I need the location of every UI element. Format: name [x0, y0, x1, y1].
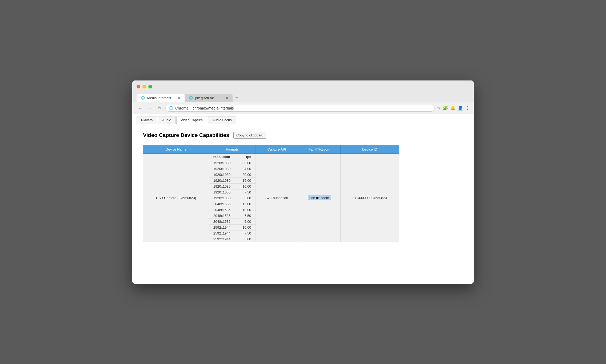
format-data-cell: 2048x1536 10.00 [209, 207, 256, 213]
fps-value: 5.00 [244, 196, 251, 200]
ptz-cell: pan tilt zoom [298, 153, 341, 242]
bookmark-icon[interactable]: ☆ [437, 106, 441, 111]
maximize-button[interactable] [148, 85, 152, 88]
reload-button[interactable]: ↻ [156, 104, 163, 112]
resolution-value: 2048x1536 [213, 202, 230, 206]
resolution-value: 2048x1536 [213, 214, 230, 218]
resolution-value: 1920x1080 [213, 173, 230, 177]
format-data-cell: 1920x1080 20.00 [209, 172, 256, 177]
format-data-cell: 1920x1080 24.00 [209, 166, 256, 172]
minimize-button[interactable] [142, 85, 146, 88]
tab-label-ptz: ptz.glitch.me [195, 96, 215, 100]
fps-value: 10.00 [242, 208, 251, 212]
resolution-value: 2048x1536 [213, 220, 230, 224]
tab-label-media-internals: Media Internals [147, 96, 171, 100]
table-header-row: Device Name Formats Capture API Pan-Tilt… [143, 145, 399, 153]
tab-close-ptz[interactable]: ✕ [226, 96, 228, 100]
tab-icon-media-internals: 🌐 [141, 96, 145, 100]
address-bar[interactable]: 🌐 Chrome | chrome://media-internals [165, 105, 435, 112]
capabilities-table: Device Name Formats Capture API Pan-Tilt… [143, 145, 399, 242]
browser-tab-media-internals[interactable]: 🌐 Media Internals ✕ [137, 94, 185, 102]
tab-video-capture[interactable]: Video Capture [176, 116, 208, 124]
url-text: chrome://media-internals [193, 106, 234, 110]
resolution-value: 2592x1944 [213, 225, 230, 229]
extensions-icon[interactable]: 🧩 [443, 106, 448, 111]
device-name-cell: USB Camera (046d:0823) [143, 153, 209, 242]
tab-players[interactable]: Players [137, 116, 157, 124]
fps-value: 20.00 [242, 173, 251, 177]
format-data-cell: 2048x1536 7.50 [209, 213, 256, 219]
tab-icon-ptz: 🌐 [189, 96, 193, 100]
resolution-value: 1920x1080 [213, 179, 230, 183]
fps-value: 5.00 [244, 220, 251, 224]
ptz-value: pan tilt zoom [308, 195, 331, 200]
resolution-subheader: resolution [213, 155, 230, 159]
traffic-lights [137, 84, 469, 91]
section-title: Video Capture Device Capabilities [143, 132, 229, 138]
format-data-cell: 2592x1944 5.00 [209, 236, 256, 242]
tab-close-media-internals[interactable]: ✕ [178, 96, 180, 100]
copy-to-clipboard-button[interactable]: Copy to clipboard [233, 132, 266, 139]
format-data-cell: 2048x1536 5.00 [209, 219, 256, 224]
format-data-cell: 1920x1080 15.00 [209, 177, 256, 183]
resolution-value: 2592x1944 [213, 237, 230, 241]
title-bar: 🌐 Media Internals ✕ 🌐 ptz.glitch.me ✕ + [132, 80, 474, 102]
resolution-value: 1920x1080 [213, 167, 230, 171]
formats-subheader-cell: resolution fps [209, 153, 256, 160]
browser-tab-ptz[interactable]: 🌐 ptz.glitch.me ✕ [185, 94, 233, 102]
close-button[interactable] [137, 85, 140, 88]
col-header-formats: Formats [209, 145, 256, 153]
toolbar-right: ☆ 🧩 🔔 👤 ⋮ [437, 106, 469, 111]
format-data-cell: 1920x1080 7.50 [209, 189, 256, 195]
col-header-device-name: Device Name [143, 145, 209, 153]
resolution-value: 1920x1080 [213, 184, 230, 188]
fps-value: 15.00 [242, 202, 251, 206]
page-nav: Players Audio Video Capture Audio Focus [132, 114, 474, 124]
resolution-value: 1920x1080 [213, 196, 230, 200]
new-tab-button[interactable]: + [233, 94, 241, 102]
fps-value: 10.00 [242, 184, 251, 188]
col-header-capture-api: Capture API [256, 145, 298, 153]
format-data-cell: 1920x1080 30.00 [209, 160, 256, 166]
tab-bar: 🌐 Media Internals ✕ 🌐 ptz.glitch.me ✕ + [137, 94, 469, 102]
col-header-ptz: Pan-Tilt-Zoom [298, 145, 341, 153]
main-content: Video Capture Device Capabilities Copy t… [132, 124, 474, 284]
formats-sub-header-row: USB Camera (046d:0823) resolution fps AV… [143, 153, 399, 160]
page-content: Players Audio Video Capture Audio Focus … [132, 114, 474, 284]
menu-icon[interactable]: ⋮ [465, 106, 469, 111]
profile-icon[interactable]: 👤 [458, 106, 463, 111]
fps-value: 5.00 [244, 237, 251, 241]
format-data-cell: 1920x1080 5.00 [209, 195, 256, 201]
fps-value: 24.00 [242, 167, 251, 171]
format-data-cell: 2592x1944 10.00 [209, 224, 256, 230]
format-data-cell: 1920x1080 10.00 [209, 183, 256, 189]
resolution-value: 2048x1536 [213, 208, 230, 212]
capture-api-cell: AV Foundation [256, 153, 298, 242]
notifications-icon[interactable]: 🔔 [450, 106, 456, 111]
col-header-device-id: Device ID [341, 145, 399, 153]
forward-button[interactable]: → [146, 104, 154, 112]
fps-value: 7.50 [244, 214, 251, 218]
resolution-value: 2592x1944 [213, 231, 230, 235]
fps-value: 7.50 [244, 231, 251, 235]
format-data-cell: 2048x1536 15.00 [209, 201, 256, 207]
address-bar-row: ← → ↻ 🌐 Chrome | chrome://media-internal… [132, 102, 474, 114]
browser-icon: 🌐 [169, 106, 173, 110]
device-id-cell: 0x14300000046d0823 [341, 153, 399, 242]
resolution-value: 1920x1080 [213, 190, 230, 194]
fps-value: 7.50 [244, 190, 251, 194]
fps-subheader: fps [246, 155, 251, 159]
tab-audio-focus[interactable]: Audio Focus [208, 116, 236, 124]
url-prefix: Chrome | [175, 106, 190, 110]
format-data-cell: 2592x1944 7.50 [209, 230, 256, 236]
back-button[interactable]: ← [137, 104, 144, 112]
resolution-value: 1920x1080 [213, 161, 230, 165]
tab-audio[interactable]: Audio [158, 116, 176, 124]
fps-value: 10.00 [242, 225, 251, 229]
fps-value: 15.00 [242, 179, 251, 183]
browser-window: 🌐 Media Internals ✕ 🌐 ptz.glitch.me ✕ + … [132, 80, 474, 284]
section-header: Video Capture Device Capabilities Copy t… [143, 132, 463, 139]
fps-value: 30.00 [242, 161, 251, 165]
